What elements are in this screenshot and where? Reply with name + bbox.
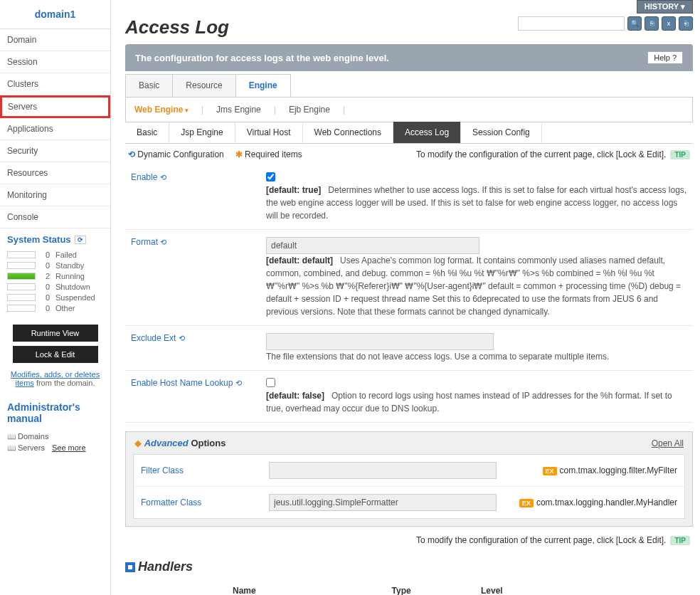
tabs: Basic Resource Engine: [125, 74, 693, 98]
enable-label: Enable: [131, 172, 157, 182]
formatter-class-label: Formatter Class: [141, 497, 269, 507]
sidebar: domain1 Domain Session Clusters Servers …: [0, 0, 111, 595]
sidebar-note: Modifies, adds, or deletes items from th…: [0, 367, 110, 394]
nav-resources[interactable]: Resources: [0, 162, 110, 184]
exclude-input[interactable]: [266, 333, 494, 350]
subtab-ejb-engine[interactable]: Ejb Engine: [289, 105, 330, 115]
search-input[interactable]: [518, 16, 625, 31]
system-status-title: System Status: [7, 234, 71, 245]
lock-edit-button[interactable]: Lock & Edit: [13, 346, 98, 363]
subtab-jms-engine[interactable]: Jms Engine: [216, 105, 261, 115]
ex-badge: EX: [519, 499, 534, 507]
nav-clusters[interactable]: Clusters: [0, 73, 110, 95]
nav-security[interactable]: Security: [0, 140, 110, 162]
help-button[interactable]: Help ?: [647, 51, 683, 64]
tab-engine[interactable]: Engine: [235, 74, 291, 97]
admin-manual-title: Administrator's manual: [7, 401, 103, 424]
main-content: HISTORY ▾ Access Log 🔍 ⎘ x ⎗ The configu…: [111, 0, 700, 595]
dynamic-icon: ⟲: [128, 149, 135, 159]
col-name: Name: [125, 580, 364, 595]
tip-badge: TIP: [670, 536, 690, 545]
handlers-icon: [125, 562, 135, 572]
xml-icon[interactable]: x: [662, 16, 676, 31]
system-status: System Status ⟳ 0Failed 0Standby 2Runnin…: [0, 228, 110, 320]
advanced-options: ◆ Advanced Options Open All Filter Class…: [125, 431, 693, 527]
import-icon[interactable]: ⎗: [679, 16, 693, 31]
handlers-title: Handlers: [125, 559, 693, 574]
config-bar: ⟲ Dynamic Configuration ✱ Required items…: [125, 144, 693, 165]
subnav-access-log[interactable]: Access Log: [393, 122, 461, 143]
formatter-class-input[interactable]: [269, 494, 497, 511]
handlers-table: Name Type Level accessLogFileHandler fil…: [125, 580, 693, 595]
subnav-virtual-host[interactable]: Virtual Host: [235, 122, 303, 143]
col-type: Type: [364, 580, 440, 595]
nav-servers[interactable]: Servers: [0, 95, 110, 118]
required-icon: ✱: [235, 149, 243, 159]
search-icon[interactable]: 🔍: [627, 16, 642, 31]
format-input[interactable]: [266, 237, 479, 254]
format-label: Format: [131, 237, 158, 247]
subnav-basic[interactable]: Basic: [125, 122, 169, 143]
banner: The configuration for access logs at the…: [125, 44, 693, 71]
export-icon[interactable]: ⎘: [645, 16, 659, 31]
subtabs: Web Engine | Jms Engine | Ejb Engine |: [125, 98, 693, 122]
nav-session[interactable]: Session: [0, 51, 110, 73]
admin-manual: Administrator's manual Domains Servers S…: [0, 394, 110, 460]
see-more-link[interactable]: See more: [52, 443, 86, 452]
nav-console[interactable]: Console: [0, 206, 110, 228]
domain-header: domain1: [0, 0, 110, 29]
nav-applications[interactable]: Applications: [0, 118, 110, 140]
manual-servers[interactable]: Servers: [7, 441, 45, 454]
open-all-link[interactable]: Open All: [652, 438, 684, 448]
subtab-web-engine[interactable]: Web Engine: [134, 105, 189, 115]
col-level: Level: [439, 580, 544, 595]
tab-basic[interactable]: Basic: [125, 74, 173, 97]
tip-badge: TIP: [670, 150, 690, 159]
filter-class-input[interactable]: [269, 462, 497, 479]
sync-icon: ⟲: [160, 173, 166, 181]
hostname-checkbox[interactable]: [266, 378, 275, 387]
config-form: Enable ⟲ [default: true] Determines whet…: [125, 165, 693, 423]
nav-domain[interactable]: Domain: [0, 29, 110, 51]
subnav-web-connections[interactable]: Web Connections: [303, 122, 394, 143]
hostname-label: Enable Host Name Lookup: [131, 378, 233, 388]
enable-checkbox[interactable]: [266, 172, 275, 181]
col-actions: [544, 580, 693, 595]
sync-icon: ⟲: [179, 334, 185, 342]
nav-monitoring[interactable]: Monitoring: [0, 184, 110, 206]
filter-class-label: Filter Class: [141, 465, 269, 475]
refresh-icon[interactable]: ⟳: [75, 236, 86, 244]
sync-icon: ⟲: [160, 238, 166, 246]
banner-text: The configuration for access logs at the…: [135, 53, 389, 63]
runtime-view-button[interactable]: Runtime View: [13, 325, 98, 342]
tab-resource[interactable]: Resource: [172, 74, 235, 97]
footer-tip: To modify the configuration of the curre…: [125, 527, 693, 554]
subnav: Basic Jsp Engine Virtual Host Web Connec…: [125, 122, 693, 144]
subnav-jsp-engine[interactable]: Jsp Engine: [169, 122, 235, 143]
page-title: Access Log: [125, 16, 229, 38]
sync-icon: ⟲: [235, 379, 242, 387]
subnav-session-config[interactable]: Session Config: [461, 122, 542, 143]
ex-badge: EX: [543, 467, 557, 475]
adv-icon: ◆: [134, 438, 142, 448]
history-button[interactable]: HISTORY ▾: [637, 0, 693, 14]
exclude-label: Exclude Ext: [131, 333, 176, 343]
